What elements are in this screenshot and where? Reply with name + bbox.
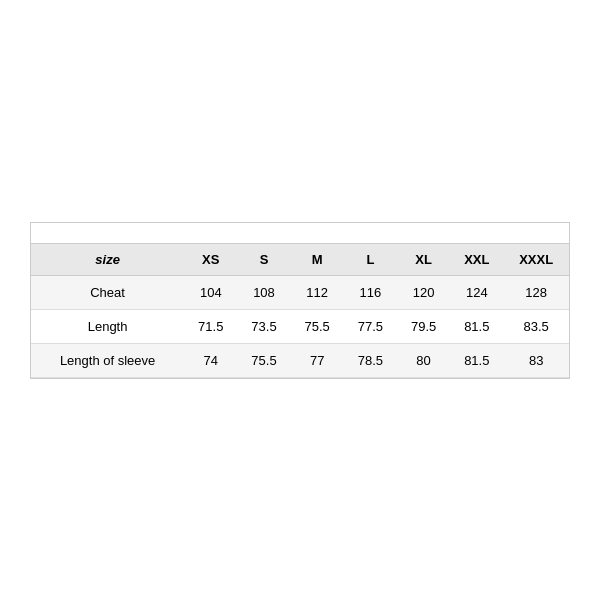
cell-1-4: 79.5 xyxy=(397,309,450,343)
cell-1-5: 81.5 xyxy=(450,309,503,343)
cell-1-6: 83.5 xyxy=(503,309,569,343)
cell-0-0: 104 xyxy=(184,275,237,309)
cell-0-5: 124 xyxy=(450,275,503,309)
table-header-row: sizeXSSMLXLXXLXXXL xyxy=(31,244,569,276)
row-label-1: Length xyxy=(31,309,184,343)
size-chart-container: sizeXSSMLXLXXLXXXL Cheat1041081121161201… xyxy=(30,222,570,379)
cell-2-6: 83 xyxy=(503,343,569,377)
cell-2-5: 81.5 xyxy=(450,343,503,377)
header-col-2: S xyxy=(237,244,290,276)
cell-0-4: 120 xyxy=(397,275,450,309)
cell-2-3: 78.5 xyxy=(344,343,397,377)
row-label-2: Length of sleeve xyxy=(31,343,184,377)
table-row: Length of sleeve7475.57778.58081.583 xyxy=(31,343,569,377)
cell-0-6: 128 xyxy=(503,275,569,309)
table-body: Cheat104108112116120124128Length71.573.5… xyxy=(31,275,569,377)
cell-2-2: 77 xyxy=(291,343,344,377)
cell-0-1: 108 xyxy=(237,275,290,309)
header-col-3: M xyxy=(291,244,344,276)
header-col-1: XS xyxy=(184,244,237,276)
chart-title xyxy=(31,223,569,244)
table-row: Length71.573.575.577.579.581.583.5 xyxy=(31,309,569,343)
cell-2-1: 75.5 xyxy=(237,343,290,377)
cell-1-1: 73.5 xyxy=(237,309,290,343)
cell-0-2: 112 xyxy=(291,275,344,309)
cell-2-0: 74 xyxy=(184,343,237,377)
header-col-0: size xyxy=(31,244,184,276)
header-col-6: XXL xyxy=(450,244,503,276)
cell-0-3: 116 xyxy=(344,275,397,309)
header-col-5: XL xyxy=(397,244,450,276)
header-col-7: XXXL xyxy=(503,244,569,276)
cell-2-4: 80 xyxy=(397,343,450,377)
cell-1-0: 71.5 xyxy=(184,309,237,343)
table-row: Cheat104108112116120124128 xyxy=(31,275,569,309)
cell-1-3: 77.5 xyxy=(344,309,397,343)
header-col-4: L xyxy=(344,244,397,276)
size-chart-table: sizeXSSMLXLXXLXXXL Cheat1041081121161201… xyxy=(31,244,569,378)
row-label-0: Cheat xyxy=(31,275,184,309)
cell-1-2: 75.5 xyxy=(291,309,344,343)
